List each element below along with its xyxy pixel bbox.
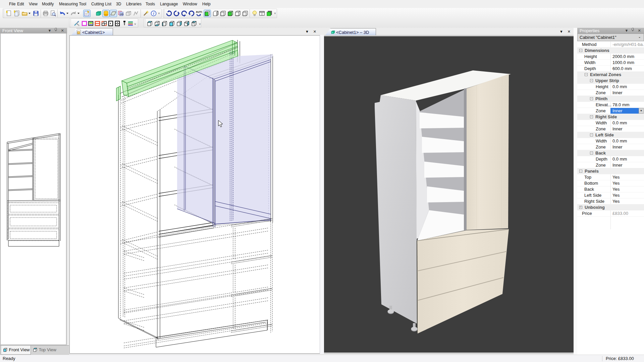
svg-text:AUTO: AUTO [196,10,202,13]
svg-text:2D: 2D [120,13,123,16]
